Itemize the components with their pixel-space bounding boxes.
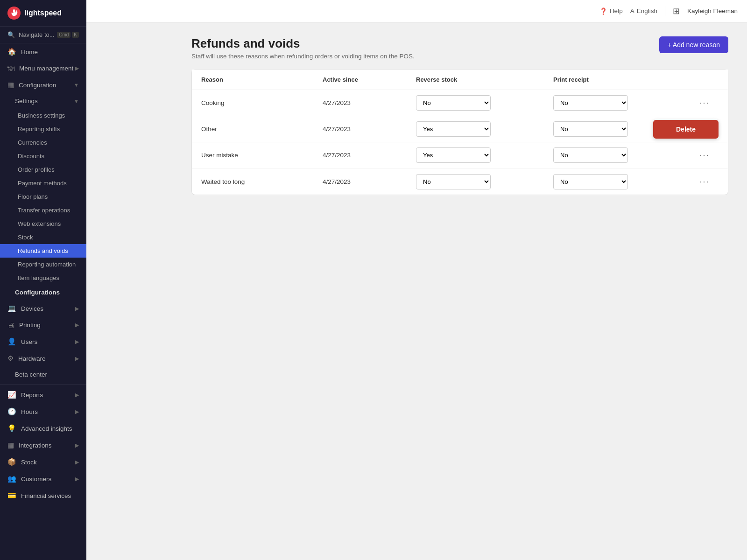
col-header-actions [691, 76, 719, 83]
cell-actions[interactable]: ··· [691, 148, 719, 162]
main-content: Refunds and voids Staff will use these r… [173, 22, 747, 560]
logo: lightspeed [0, 0, 86, 27]
col-header-reason: Reason [201, 76, 323, 83]
sidebar-item-configuration[interactable]: ▦ Configuration ▼ [0, 77, 86, 93]
sidebar-item-label: Stock [21, 459, 37, 466]
chevron-down-icon: ▼ [74, 98, 79, 104]
more-options-button[interactable]: ··· [696, 175, 713, 189]
language-selector[interactable]: A English [630, 7, 657, 14]
sidebar-item-home[interactable]: 🏠 Home [0, 43, 86, 60]
cell-reverse-stock[interactable]: No Yes [416, 147, 553, 163]
sidebar-sub-label: Stock [18, 234, 33, 241]
table-row: User mistake 4/27/2023 No Yes No Yes ··· [192, 142, 728, 168]
col-header-active-since: Active since [323, 76, 416, 83]
sidebar-item-business-settings[interactable]: Business settings [0, 109, 86, 122]
sidebar-item-reports[interactable]: 📈 Reports ▶ [0, 386, 86, 403]
user-name[interactable]: Kayleigh Fleeman [687, 7, 738, 14]
reverse-stock-select[interactable]: No Yes [416, 174, 491, 189]
sidebar-item-users[interactable]: 👤 Users ▶ [0, 333, 86, 350]
reports-icon: 📈 [7, 391, 16, 399]
page-title: Refunds and voids [191, 36, 415, 51]
chevron-right-icon: ▶ [75, 409, 79, 415]
brand-name: lightspeed [24, 9, 62, 17]
sidebar-item-web-extensions[interactable]: Web extensions [0, 217, 86, 231]
cell-reverse-stock[interactable]: No Yes [416, 121, 553, 137]
print-receipt-select[interactable]: No Yes [553, 147, 628, 163]
hardware-icon: ⚙ [7, 354, 14, 363]
sidebar-item-label: Home [21, 49, 38, 56]
more-options-button[interactable]: ··· [696, 148, 713, 162]
sidebar-item-item-languages[interactable]: Item languages [0, 271, 86, 285]
help-button[interactable]: ❓ Help [599, 7, 623, 15]
devices-icon: 💻 [7, 304, 16, 313]
print-receipt-select[interactable]: No Yes [553, 121, 628, 137]
chevron-right-icon: ▶ [75, 65, 79, 71]
k-key: K [72, 32, 79, 38]
navigate-button[interactable]: 🔍 Navigate to... Cmd K [0, 27, 86, 43]
sidebar-item-refunds-and-voids[interactable]: Refunds and voids [0, 244, 86, 258]
sidebar-item-advanced-insights[interactable]: 💡 Advanced insights [0, 420, 86, 437]
stock-icon: 📦 [7, 458, 16, 466]
sidebar-item-label: Beta center [15, 371, 47, 378]
reverse-stock-select[interactable]: No Yes [416, 121, 491, 137]
grid-icon[interactable]: ⊞ [673, 6, 680, 16]
sidebar-item-configurations[interactable]: Configurations [0, 285, 86, 300]
sidebar-item-transfer-operations[interactable]: Transfer operations [0, 203, 86, 217]
sidebar-item-customers[interactable]: 👥 Customers ▶ [0, 470, 86, 487]
col-header-reverse-stock: Reverse stock [416, 76, 553, 83]
sidebar-item-label: Printing [19, 322, 41, 329]
help-label: Help [610, 7, 623, 14]
sidebar-item-menu-management[interactable]: 🍽 Menu management ▶ [0, 60, 86, 77]
more-options-button[interactable]: ··· [696, 96, 713, 110]
sidebar-item-financial-services[interactable]: 💳 Financial services [0, 487, 86, 504]
cell-reverse-stock[interactable]: No Yes [416, 174, 553, 189]
sidebar-item-printing[interactable]: 🖨 Printing ▶ [0, 317, 86, 333]
printing-icon: 🖨 [7, 321, 14, 329]
sidebar-item-stock[interactable]: Stock [0, 231, 86, 244]
chevron-right-icon: ▶ [75, 339, 79, 345]
help-icon: ❓ [599, 7, 607, 15]
sidebar-item-discounts[interactable]: Discounts [0, 149, 86, 163]
cell-actions[interactable]: ··· [691, 96, 719, 110]
sidebar-item-integrations[interactable]: ▦ Integrations ▶ [0, 437, 86, 454]
sidebar-item-hardware[interactable]: ⚙ Hardware ▶ [0, 350, 86, 367]
reverse-stock-select[interactable]: No Yes [416, 95, 491, 111]
insights-icon: 💡 [7, 424, 16, 433]
print-receipt-select[interactable]: No Yes [553, 95, 628, 111]
reverse-stock-select[interactable]: No Yes [416, 147, 491, 163]
menu-icon: 🍽 [7, 64, 14, 72]
table-header-row: Reason Active since Reverse stock Print … [192, 70, 728, 90]
sidebar-item-order-profiles[interactable]: Order profiles [0, 163, 86, 176]
chevron-right-icon: ▶ [75, 356, 79, 362]
cell-print-receipt[interactable]: No Yes [553, 174, 691, 189]
sidebar-item-payment-methods[interactable]: Payment methods [0, 176, 86, 190]
cell-active-since: 4/27/2023 [323, 178, 416, 185]
home-icon: 🏠 [7, 48, 16, 56]
sidebar-item-floor-plans[interactable]: Floor plans [0, 190, 86, 203]
sidebar-item-label: Advanced insights [21, 425, 72, 432]
customers-icon: 👥 [7, 475, 16, 483]
sidebar-item-devices[interactable]: 💻 Devices ▶ [0, 300, 86, 317]
sidebar-sub-label: Currencies [18, 139, 47, 146]
sidebar-sub-label: Reporting shifts [18, 126, 60, 133]
add-new-reason-button[interactable]: + Add new reason [659, 36, 728, 53]
sidebar-item-hours[interactable]: 🕐 Hours ▶ [0, 403, 86, 420]
sidebar-item-beta-center[interactable]: Beta center [0, 367, 86, 382]
sidebar-item-stock-main[interactable]: 📦 Stock ▶ [0, 454, 86, 470]
sidebar-item-label: Financial services [21, 492, 71, 499]
cell-print-receipt[interactable]: No Yes [553, 95, 691, 111]
print-receipt-select[interactable]: No Yes [553, 174, 628, 189]
sidebar-item-reporting-automation[interactable]: Reporting automation [0, 258, 86, 271]
chevron-right-icon: ▶ [75, 442, 79, 448]
delete-button[interactable]: Delete [653, 120, 719, 139]
topbar-divider [665, 7, 665, 16]
sidebar-item-currencies[interactable]: Currencies [0, 136, 86, 149]
cell-actions[interactable]: ··· [691, 175, 719, 189]
sidebar-sub-label: Business settings [18, 112, 65, 119]
cell-print-receipt[interactable]: No Yes [553, 147, 691, 163]
sidebar-item-settings[interactable]: Settings ▼ [0, 93, 86, 109]
cell-reverse-stock[interactable]: No Yes [416, 95, 553, 111]
table-row: Cooking 4/27/2023 No Yes No Yes ··· [192, 90, 728, 116]
sidebar-item-label: Devices [21, 305, 43, 312]
sidebar-item-reporting-shifts[interactable]: Reporting shifts [0, 122, 86, 136]
